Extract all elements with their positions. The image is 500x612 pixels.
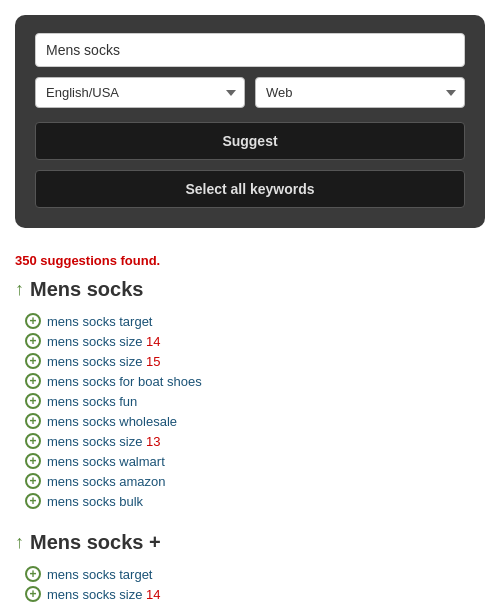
- add-icon[interactable]: +: [25, 566, 41, 582]
- section-1-title: ↑ Mens socks: [15, 278, 485, 301]
- count-number: 350: [15, 253, 37, 268]
- list-item[interactable]: + mens socks wholesale: [25, 411, 485, 431]
- list-item[interactable]: + mens socks size 15: [25, 351, 485, 371]
- keyword-text: mens socks size 13: [47, 434, 160, 449]
- list-item[interactable]: + mens socks bulk: [25, 491, 485, 511]
- results-area: 350 suggestions found. ↑ Mens socks + me…: [0, 243, 500, 612]
- search-input[interactable]: [35, 33, 465, 67]
- list-item[interactable]: + mens socks size 13: [25, 431, 485, 451]
- list-item[interactable]: + mens socks target: [25, 311, 485, 331]
- add-icon[interactable]: +: [25, 373, 41, 389]
- keyword-text: mens socks target: [47, 314, 153, 329]
- add-icon[interactable]: +: [25, 353, 41, 369]
- list-item[interactable]: + mens socks walmart: [25, 451, 485, 471]
- keyword-text: mens socks amazon: [47, 474, 166, 489]
- add-icon[interactable]: +: [25, 493, 41, 509]
- add-icon[interactable]: +: [25, 453, 41, 469]
- add-icon[interactable]: +: [25, 586, 41, 602]
- keyword-text: mens socks wholesale: [47, 414, 177, 429]
- list-item[interactable]: + mens socks size 14: [25, 584, 485, 604]
- select-all-button[interactable]: Select all keywords: [35, 170, 465, 208]
- add-icon[interactable]: +: [25, 333, 41, 349]
- list-item[interactable]: + mens socks for boat shoes: [25, 371, 485, 391]
- top-panel: English/USA English/UK Spanish French We…: [15, 15, 485, 228]
- add-icon[interactable]: +: [25, 313, 41, 329]
- list-item[interactable]: + mens socks fun: [25, 391, 485, 411]
- keyword-text: mens socks size 14: [47, 334, 160, 349]
- section-1-icon: ↑: [15, 279, 24, 300]
- keyword-num: 15: [146, 354, 160, 369]
- keyword-num: 14: [146, 587, 160, 602]
- section-2-icon: ↑: [15, 532, 24, 553]
- keyword-text: mens socks for boat shoes: [47, 374, 202, 389]
- keyword-text: mens socks bulk: [47, 494, 143, 509]
- dropdowns-row: English/USA English/UK Spanish French We…: [35, 77, 465, 108]
- add-icon[interactable]: +: [25, 393, 41, 409]
- add-icon[interactable]: +: [25, 473, 41, 489]
- add-icon[interactable]: +: [25, 413, 41, 429]
- search-type-dropdown[interactable]: Web Images News: [255, 77, 465, 108]
- keyword-text: mens socks fun: [47, 394, 137, 409]
- section-1-keywords: + mens socks target + mens socks size 14…: [25, 311, 485, 511]
- keyword-num: 13: [146, 434, 160, 449]
- keyword-text: mens socks size 15: [47, 354, 160, 369]
- list-item[interactable]: + mens socks target: [25, 564, 485, 584]
- add-icon[interactable]: +: [25, 433, 41, 449]
- suggest-button[interactable]: Suggest: [35, 122, 465, 160]
- list-item[interactable]: + mens socks amazon: [25, 471, 485, 491]
- section-2-keywords: + mens socks target + mens socks size 14: [25, 564, 485, 604]
- keyword-text: mens socks size 14: [47, 587, 160, 602]
- count-label: suggestions found.: [40, 253, 160, 268]
- section-2: ↑ Mens socks + + mens socks target + men…: [15, 531, 485, 604]
- suggestions-count: 350 suggestions found.: [15, 253, 485, 268]
- language-dropdown[interactable]: English/USA English/UK Spanish French: [35, 77, 245, 108]
- list-item[interactable]: + mens socks size 14: [25, 331, 485, 351]
- keyword-text: mens socks walmart: [47, 454, 165, 469]
- keyword-num: 14: [146, 334, 160, 349]
- keyword-text: mens socks target: [47, 567, 153, 582]
- section-2-title: ↑ Mens socks +: [15, 531, 485, 554]
